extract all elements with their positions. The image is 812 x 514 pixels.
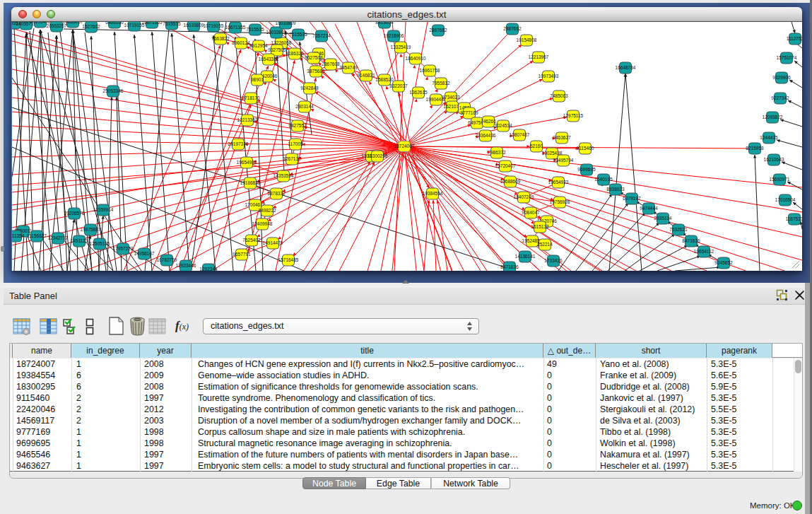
svg-text:19384554: 19384554	[423, 191, 443, 196]
svg-text:14914479: 14914479	[263, 240, 283, 245]
svg-text:17957223: 17957223	[113, 246, 134, 251]
svg-text:1733426: 1733426	[544, 258, 563, 263]
svg-text:2803144: 2803144	[295, 104, 314, 109]
svg-text:10973493: 10973493	[539, 74, 559, 78]
svg-text:2718170: 2718170	[242, 95, 260, 100]
svg-text:19166825: 19166825	[240, 180, 261, 185]
svg-text:1640195: 1640195	[594, 177, 613, 182]
svg-text:7357234: 7357234	[312, 33, 331, 38]
svg-text:6379197: 6379197	[623, 196, 641, 201]
svg-text:11156827: 11156827	[27, 233, 47, 238]
svg-text:14353594: 14353594	[273, 173, 294, 178]
svg-text:9657791: 9657791	[233, 252, 251, 257]
svg-text:12975115: 12975115	[563, 113, 584, 118]
svg-text:7986372: 7986372	[488, 150, 506, 155]
svg-text:16210643: 16210643	[764, 157, 784, 162]
svg-text:10688609: 10688609	[500, 179, 521, 184]
svg-text:10719155: 10719155	[204, 23, 224, 28]
svg-text:26553257: 26553257	[47, 23, 67, 28]
svg-text:12505135: 12505135	[90, 241, 110, 246]
svg-text:18300295: 18300295	[367, 153, 388, 158]
svg-text:1588520: 1588520	[375, 77, 394, 82]
svg-text:1498222: 1498222	[258, 208, 276, 213]
svg-text:9084047: 9084047	[522, 210, 540, 215]
svg-text:16961758: 16961758	[420, 68, 440, 73]
svg-text:9329906: 9329906	[772, 75, 791, 80]
svg-text:7515535: 7515535	[246, 27, 264, 32]
svg-text:1615132: 1615132	[531, 224, 549, 229]
svg-text:16671355: 16671355	[142, 22, 163, 25]
svg-text:1362615: 1362615	[409, 90, 428, 95]
svg-text:12923446: 12923446	[176, 263, 196, 268]
svg-text:98901: 98901	[251, 77, 264, 82]
svg-text:12213363: 12213363	[237, 117, 258, 122]
svg-text:2935114: 2935114	[654, 216, 672, 221]
svg-text:8471636: 8471636	[682, 238, 700, 243]
svg-text:7515535: 7515535	[289, 32, 307, 37]
svg-text:9146821: 9146821	[357, 73, 375, 78]
svg-text:9227342: 9227342	[771, 95, 789, 100]
svg-text:9474444: 9474444	[640, 206, 658, 211]
svg-text:16648784: 16648784	[616, 65, 636, 70]
svg-text:9777169: 9777169	[460, 110, 478, 115]
svg-text:9699695: 9699695	[577, 167, 596, 172]
svg-text:9327505: 9327505	[268, 47, 286, 52]
svg-text:14958147: 14958147	[134, 251, 155, 256]
svg-text:18724007: 18724007	[394, 144, 415, 148]
svg-text:8186323: 8186323	[286, 51, 304, 56]
svg-text:9427552: 9427552	[288, 123, 307, 128]
svg-text:3267130: 3267130	[283, 156, 301, 161]
svg-text:16033809: 16033809	[266, 30, 287, 35]
svg-text:2887682: 2887682	[503, 26, 522, 31]
svg-text:16671355: 16671355	[225, 25, 246, 30]
svg-text:14136141: 14136141	[515, 254, 536, 259]
svg-text:8813054: 8813054	[375, 22, 394, 25]
svg-text:15751074: 15751074	[777, 55, 797, 60]
svg-text:8215958: 8215958	[746, 146, 764, 151]
svg-text:8938923: 8938923	[606, 187, 625, 192]
svg-text:117005: 117005	[288, 141, 303, 146]
svg-text:13325419: 13325419	[391, 45, 411, 49]
svg-text:12359914: 12359914	[93, 207, 114, 212]
svg-text:1167533: 1167533	[786, 216, 802, 221]
svg-text:19756928: 19756928	[550, 199, 570, 204]
svg-text:62160: 62160	[530, 144, 543, 148]
svg-text:10654112: 10654112	[694, 249, 714, 254]
svg-text:16033809: 16033809	[184, 23, 204, 28]
svg-text:9115460: 9115460	[577, 146, 594, 151]
svg-text:9327508: 9327508	[305, 55, 323, 60]
svg-text:1527602: 1527602	[82, 24, 100, 29]
svg-text:3911354: 3911354	[12, 233, 25, 238]
svg-text:20364436: 20364436	[476, 133, 496, 138]
svg-text:6466160: 6466160	[105, 22, 124, 25]
svg-text:2867608: 2867608	[322, 62, 340, 66]
svg-text:15720407: 15720407	[495, 163, 516, 168]
svg-text:7663822: 7663822	[211, 36, 230, 41]
svg-text:252214: 252214	[537, 242, 553, 247]
svg-text:10154808: 10154808	[517, 37, 537, 42]
svg-text:15716485: 15716485	[278, 257, 299, 262]
svg-text:16543382: 16543382	[259, 57, 279, 62]
svg-text:10807487: 10807487	[510, 132, 530, 137]
svg-text:8322037: 8322037	[389, 83, 408, 88]
svg-text:7515535: 7515535	[163, 22, 181, 26]
svg-text:20197370: 20197370	[228, 141, 249, 146]
svg-text:1292344: 1292344	[199, 267, 218, 271]
svg-text:10653257: 10653257	[63, 22, 83, 24]
svg-text:8960124: 8960124	[232, 40, 250, 45]
svg-text:9734023: 9734023	[442, 95, 460, 100]
svg-text:19218906: 19218906	[384, 33, 404, 38]
svg-text:1244415: 1244415	[760, 135, 778, 140]
svg-text:12409948: 12409948	[252, 221, 273, 226]
svg-text:12093822: 12093822	[763, 115, 783, 119]
svg-text:1112753: 1112753	[787, 36, 802, 41]
svg-text:7955812: 7955812	[432, 81, 450, 86]
svg-text:3454749: 3454749	[339, 65, 358, 70]
svg-text:3024534: 3024534	[494, 123, 512, 128]
svg-text:8912954: 8912954	[249, 43, 268, 48]
svg-text:17016504: 17016504	[775, 197, 796, 202]
svg-text:19654982: 19654982	[237, 160, 257, 165]
svg-text:7625402: 7625402	[242, 238, 261, 243]
svg-text:19975887: 19975887	[81, 227, 101, 232]
svg-text:12213967: 12213967	[529, 54, 549, 59]
